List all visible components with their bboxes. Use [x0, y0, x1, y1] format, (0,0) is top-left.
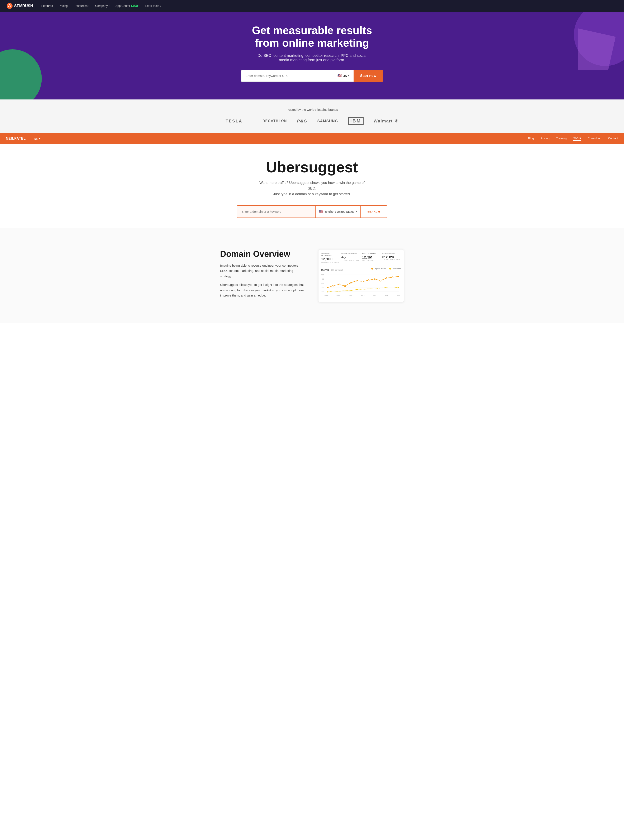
chart-legend: Organic Traffic Paid Traffic [371, 268, 401, 270]
semrush-hero-subtext: Do SEO, content marketing, competitor re… [255, 54, 369, 62]
svg-text:500: 500 [321, 274, 324, 275]
domain-overview-title: Domain Overview [220, 249, 306, 259]
svg-point-13 [338, 284, 340, 285]
brand-decathlon: DECATHLON [263, 119, 287, 123]
svg-point-16 [356, 280, 358, 281]
semrush-search-bar: 🇺🇸 US ▾ Start now [241, 70, 383, 82]
chart-card: ORGANIC KEYWORDS 12,100 ↑ OVER LAST 30 D… [318, 249, 404, 302]
chart-traffic-label: TRAFFIC 300 per month [321, 268, 343, 271]
us-flag-icon-ub: 🇺🇸 [319, 210, 323, 213]
trusted-brands-section: Trusted by the world's leading brands TE… [0, 99, 624, 133]
appcenter-chevron-icon: ▾ [139, 5, 139, 7]
svg-point-21 [386, 277, 387, 279]
svg-text:JUNE: JUNE [324, 294, 329, 296]
svg-point-0 [7, 3, 12, 9]
semrush-nav-appcenter[interactable]: App Center NEW ▾ [116, 4, 139, 8]
chart-area: TRAFFIC 300 per month Organic Traffic Pa… [318, 266, 404, 302]
svg-point-17 [362, 281, 363, 282]
domain-overview-content: Domain Overview Imagine being able to re… [212, 237, 412, 315]
new-badge: NEW [131, 5, 137, 7]
brand-samsung: SAMSUNG [317, 119, 338, 123]
extratools-chevron-icon: ▾ [160, 5, 161, 7]
svg-text:JULY: JULY [337, 294, 340, 296]
semrush-nav-links: Features Pricing Resources ▾ Company ▾ A… [41, 4, 161, 8]
semrush-logo-text: SEMRUSH [14, 4, 33, 8]
svg-text:100: 100 [321, 291, 324, 292]
svg-point-20 [380, 280, 381, 281]
hero-green-blob-decoration [0, 50, 42, 99]
ubersuggest-title: Ubersuggest [4, 159, 620, 176]
semrush-country-select[interactable]: 🇺🇸 US ▾ [335, 70, 354, 82]
domain-overview-para2: Ubersuggest allows you to get insight in… [220, 282, 306, 298]
ubersuggest-hero-section: Ubersuggest Want more traffic? Ubersugge… [0, 144, 624, 228]
semrush-nav-features[interactable]: Features [41, 4, 53, 8]
np-nav-training[interactable]: Training [556, 137, 567, 141]
svg-text:AUG: AUG [349, 294, 352, 296]
legend-organic-dot [371, 268, 373, 269]
svg-point-14 [344, 285, 346, 287]
svg-text:DEC: DEC [397, 294, 400, 296]
np-nav-pricing[interactable]: Pricing [541, 137, 550, 141]
legend-paid-dot [389, 268, 391, 269]
svg-text:NOV: NOV [385, 294, 388, 296]
brand-tesla: TESLA [226, 119, 242, 124]
stat-paid-keywords: PAID KEYWORDS 45 ↑ OVER LAST 30 DAYS [341, 253, 360, 263]
semrush-nav-company[interactable]: Company ▾ [95, 4, 110, 8]
brand-walmart: Walmart ✳ [374, 119, 398, 124]
svg-text:300: 300 [321, 283, 324, 284]
semrush-hero-section: Get measurable results from online marke… [0, 12, 624, 99]
ubersuggest-search-button[interactable]: SEARCH [360, 206, 387, 218]
country-chevron-icon: ▾ [348, 74, 349, 77]
svg-text:200: 200 [321, 287, 324, 288]
ub-country-chevron-icon: ▾ [356, 210, 357, 213]
semrush-navbar: SEMRUSH Features Pricing Resources ▾ Com… [0, 0, 624, 12]
ubersuggest-country-select[interactable]: 🇺🇸 English / United States ▾ [315, 206, 360, 218]
np-lang-selector[interactable]: EN ▾ [34, 137, 40, 140]
legend-organic: Organic Traffic [371, 268, 386, 270]
stat-paid-ad-cost: PAID AD COST $12,123 ↑ OVER LAST 30 DAYS [382, 253, 401, 263]
neilpatel-nav-links: Blog Pricing Training Tools Consulting C… [528, 136, 618, 141]
brand-pg: P&G [297, 119, 307, 124]
svg-point-12 [333, 285, 334, 286]
neilpatel-logo: NEILPATEL [6, 137, 26, 141]
svg-point-25 [398, 287, 398, 288]
neilpatel-navbar: NEILPATEL EN ▾ Blog Pricing Training Too… [0, 133, 624, 144]
ubersuggest-search-input[interactable] [237, 206, 315, 218]
chart-stats-row: ORGANIC KEYWORDS 12,100 ↑ OVER LAST 30 D… [318, 249, 404, 266]
semrush-search-input[interactable] [241, 70, 335, 82]
semrush-logo[interactable]: SEMRUSH [7, 3, 33, 9]
legend-paid: Paid Traffic [389, 268, 401, 270]
svg-point-19 [374, 278, 375, 280]
chart-svg: 500 400 300 200 100 [321, 273, 401, 298]
semrush-nav-extratools[interactable]: Extra tools ▾ [145, 4, 161, 8]
stat-total-traffic: TOTAL TRAFFIC 12,3M 85% ORGANIC [362, 253, 381, 263]
svg-text:SEPT: SEPT [361, 294, 365, 296]
semrush-nav-pricing[interactable]: Pricing [59, 4, 68, 8]
semrush-start-button[interactable]: Start now [354, 70, 383, 82]
np-nav-consulting[interactable]: Consulting [588, 137, 601, 141]
us-flag-icon: 🇺🇸 [337, 74, 342, 78]
svg-text:OCT: OCT [373, 294, 376, 296]
lang-chevron-icon: ▾ [39, 137, 40, 140]
trusted-label: Trusted by the world's leading brands [4, 108, 620, 111]
semrush-nav-resources[interactable]: Resources ▾ [74, 4, 90, 8]
stat-organic-keywords: ORGANIC KEYWORDS 12,100 ↑ OVER LAST 30 D… [321, 253, 340, 263]
svg-point-15 [350, 282, 351, 283]
domain-overview-para1: Imagine being able to reverse engineer y… [220, 263, 306, 279]
ubersuggest-search-bar: 🇺🇸 English / United States ▾ SEARCH [237, 206, 387, 218]
svg-text:400: 400 [321, 278, 324, 280]
svg-point-18 [368, 280, 369, 281]
svg-point-22 [392, 277, 393, 278]
svg-point-23 [398, 276, 399, 277]
np-nav-tools[interactable]: Tools [573, 136, 581, 141]
np-nav-blog[interactable]: Blog [528, 137, 534, 141]
np-nav-contact[interactable]: Contact [608, 137, 618, 141]
company-chevron-icon: ▾ [108, 5, 110, 7]
svg-point-24 [327, 291, 328, 292]
domain-overview-chart: ORGANIC KEYWORDS 12,100 ↑ OVER LAST 30 D… [318, 249, 404, 302]
semrush-hero-headline: Get measurable results from online marke… [239, 24, 385, 50]
brands-row: TESLA DECATHLON P&G SAMSUNG IBM Walmart … [4, 117, 620, 125]
brand-ibm: IBM [348, 117, 364, 125]
resources-chevron-icon: ▾ [88, 5, 90, 7]
domain-overview-section: Domain Overview Imagine being able to re… [0, 228, 624, 323]
